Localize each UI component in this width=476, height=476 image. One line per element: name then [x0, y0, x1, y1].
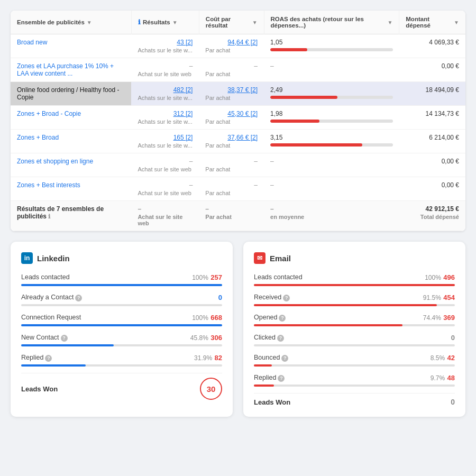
info-icon[interactable]: ? — [279, 315, 286, 322]
col-header-amount[interactable]: Montant dépensé ▼ — [399, 11, 465, 34]
sort-icon-cost: ▼ — [252, 20, 258, 25]
linkedin-card-title: Linkedin — [37, 254, 70, 263]
summary-cost: – Par achat — [199, 201, 264, 231]
cost-cell: 94,64 € [2] Par achat — [199, 34, 264, 58]
results-cell: 482 [2] Achats sur le site w... — [131, 82, 199, 106]
table-row: Zones + Broad - Copie 312 [2] Achats sur… — [11, 106, 465, 130]
sort-icon-roas: ▼ — [387, 20, 392, 25]
stat-row: Received? 91.5% 454 — [254, 292, 455, 306]
ad-name-cell[interactable]: Zones + Best interests — [11, 177, 131, 201]
amount-cell: 0,00 € — [399, 58, 465, 82]
col-header-cost[interactable]: Coût par résultat ▼ — [199, 11, 264, 34]
summary-roas: – en moyenne — [264, 201, 399, 231]
linkedin-leads-won-label: Leads Won — [21, 385, 58, 393]
linkedin-logo: in — [21, 252, 33, 264]
info-icon[interactable]: ? — [61, 335, 68, 342]
cost-cell: – Par achat — [199, 177, 264, 201]
results-cell: 43 [2] Achats sur le site w... — [131, 34, 199, 58]
cost-cell: – Par achat — [199, 153, 264, 177]
info-icon[interactable]: ? — [277, 335, 284, 342]
email-leads-won-row: Leads Won 0 — [254, 393, 455, 406]
stat-row: Clicked? 0 — [254, 333, 455, 346]
email-card-title: Email — [270, 254, 291, 263]
info-icon[interactable]: ? — [281, 355, 288, 362]
info-icon[interactable]: ? — [45, 355, 52, 362]
sort-icon-amount: ▼ — [454, 20, 459, 25]
ad-table-card: Ensemble de publicités ▼ ℹ Résultats ▼ C… — [11, 11, 465, 231]
summary-label: Résultats de 7 ensembles de publicités ℹ — [11, 201, 131, 231]
summary-results: – Achat sur le site web — [131, 201, 199, 231]
stat-row: Leads contacted 100% 257 — [21, 272, 222, 286]
amount-cell: 0,00 € — [399, 153, 465, 177]
col-header-roas[interactable]: ROAS des achats (retour sur les dépenses… — [264, 11, 399, 34]
linkedin-leads-won-circle: 30 — [200, 378, 222, 400]
info-icon[interactable]: ? — [278, 375, 285, 382]
ad-name-cell[interactable]: Online food ordering / Healthy food - Co… — [11, 82, 131, 106]
sort-icon: ▼ — [87, 20, 92, 25]
cost-cell: – Par achat — [199, 58, 264, 82]
results-cell: – Achat sur le site web — [131, 153, 199, 177]
roas-cell: 1,05 — [264, 34, 399, 58]
linkedin-leads-won-row: Leads Won 30 — [21, 373, 222, 400]
amount-cell: 4 069,33 € — [399, 34, 465, 58]
summary-row: Résultats de 7 ensembles de publicités ℹ… — [11, 201, 465, 231]
amount-cell: 14 134,73 € — [399, 106, 465, 130]
amount-cell: 18 494,09 € — [399, 82, 465, 106]
info-icon[interactable]: ? — [75, 295, 82, 301]
ad-table: Ensemble de publicités ▼ ℹ Résultats ▼ C… — [11, 11, 465, 231]
sort-icon-results: ▼ — [172, 20, 178, 25]
roas-cell: – — [264, 153, 399, 177]
stat-row: New Contact? 45.8% 306 — [21, 333, 222, 346]
roas-cell: – — [264, 177, 399, 201]
table-row: Online food ordering / Healthy food - Co… — [11, 82, 465, 106]
results-cell: 165 [2] Achats sur le site w... — [131, 130, 199, 153]
results-info-icon: ℹ — [138, 19, 141, 26]
info-icon[interactable]: ? — [283, 295, 290, 301]
roas-cell: 3,15 — [264, 130, 399, 153]
table-row: Broad new 43 [2] Achats sur le site w...… — [11, 34, 465, 58]
stat-row: Bounced? 8.5% 42 — [254, 353, 455, 367]
stat-row: Replied? 31.9% 82 — [21, 353, 222, 367]
results-cell: – Achat sur le site web — [131, 58, 199, 82]
email-logo: ✉ — [254, 252, 266, 264]
col-header-results[interactable]: ℹ Résultats ▼ — [131, 11, 199, 34]
amount-cell: 0,00 € — [399, 177, 465, 201]
summary-amount: 42 912,15 € Total dépensé — [399, 201, 465, 231]
cost-cell: 38,37 € [2] Par achat — [199, 82, 264, 106]
cost-cell: 45,30 € [2] Par achat — [199, 106, 264, 130]
email-leads-won-label: Leads Won — [254, 398, 290, 406]
stat-row: Opened? 74.4% 369 — [254, 313, 455, 326]
amount-cell: 6 214,00 € — [399, 130, 465, 153]
ad-name-cell[interactable]: Broad new — [11, 34, 131, 58]
email-leads-won-value: 0 — [451, 398, 455, 406]
ad-name-cell[interactable]: Zones et shopping en ligne — [11, 153, 131, 177]
stat-row: Already a Contact? 0 — [21, 292, 222, 306]
ad-name-cell[interactable]: Zones et LAA purchase 1% 10% + LAA view … — [11, 58, 131, 82]
table-row: Zones + Broad 165 [2] Achats sur le site… — [11, 130, 465, 153]
linkedin-card-header: in Linkedin — [21, 252, 222, 264]
roas-cell: 1,98 — [264, 106, 399, 130]
roas-cell: – — [264, 58, 399, 82]
col-header-name[interactable]: Ensemble de publicités ▼ — [11, 11, 131, 34]
ad-name-cell[interactable]: Zones + Broad — [11, 130, 131, 153]
cost-cell: 37,66 € [2] Par achat — [199, 130, 264, 153]
results-cell: – Achat sur le site web — [131, 177, 199, 201]
table-row: Zones et shopping en ligne – Achat sur l… — [11, 153, 465, 177]
bottom-cards-row: in Linkedin Leads contacted 100% 257 Alr… — [11, 242, 465, 417]
table-row: Zones + Best interests – Achat sur le si… — [11, 177, 465, 201]
results-cell: 312 [2] Achats sur le site w... — [131, 106, 199, 130]
stat-row: Replied? 9.7% 48 — [254, 373, 455, 387]
stat-row: Connection Request 100% 668 — [21, 313, 222, 326]
linkedin-card: in Linkedin Leads contacted 100% 257 Alr… — [11, 242, 233, 417]
ad-name-cell[interactable]: Zones + Broad - Copie — [11, 106, 131, 130]
email-card: ✉ Email Leads contacted 100% 496 Receive… — [243, 242, 465, 417]
email-card-header: ✉ Email — [254, 252, 455, 264]
table-row: Zones et LAA purchase 1% 10% + LAA view … — [11, 58, 465, 82]
roas-cell: 2,49 — [264, 82, 399, 106]
stat-row: Leads contacted 100% 496 — [254, 272, 455, 286]
